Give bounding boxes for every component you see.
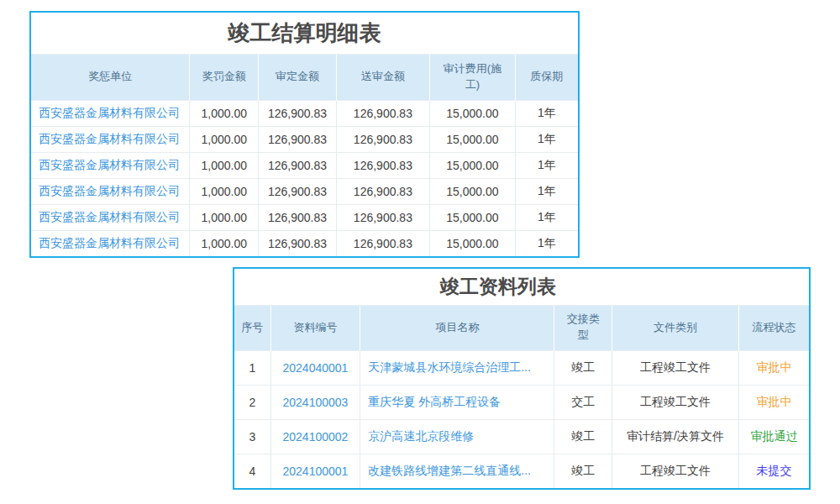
audit-fee-cell: 15,000.00 — [430, 126, 516, 152]
doc-no-cell: 2024040001 — [270, 350, 360, 385]
approved-amount-cell: 126,900.83 — [259, 152, 336, 178]
column-header-penalty-amount: 奖罚金额 — [190, 55, 259, 100]
unit-cell: 西安盛器金属材料有限公司 — [31, 100, 190, 126]
table-row: 4 2024100001 改建铁路线增建第二线直通线... 竣工 工程竣工文件 … — [234, 454, 809, 488]
handover-type-cell: 交工 — [554, 385, 612, 419]
column-header-handover-type: 交接类型 — [554, 306, 612, 350]
audit-fee-cell: 15,000.00 — [430, 204, 516, 230]
warranty-cell: 1年 — [515, 152, 578, 178]
unit-cell: 西安盛器金属材料有限公司 — [31, 152, 190, 178]
seq-cell: 2 — [234, 385, 270, 419]
seq-cell: 4 — [234, 454, 270, 488]
column-header-project-name: 项目名称 — [360, 306, 554, 350]
unit-cell: 西安盛器金属材料有限公司 — [31, 204, 190, 230]
doc-no-cell: 2024100003 — [270, 385, 360, 419]
audit-fee-cell: 15,000.00 — [430, 152, 516, 178]
documents-table-title: 竣工资料列表 — [234, 269, 809, 306]
column-header-file-category: 文件类别 — [612, 306, 738, 350]
audit-fee-cell: 15,000.00 — [430, 178, 516, 204]
project-name-cell: 天津蒙城县水环境综合治理工... — [360, 350, 554, 385]
project-name-link[interactable]: 京沪高速北京段维修 — [368, 429, 549, 444]
review-amount-cell: 126,900.83 — [336, 178, 429, 204]
file-category-cell: 工程竣工文件 — [612, 385, 738, 419]
approved-amount-cell: 126,900.83 — [259, 100, 336, 126]
penalty-amount-cell: 1,000.00 — [190, 100, 259, 126]
column-header-seq: 序号 — [234, 306, 270, 350]
unit-cell: 西安盛器金属材料有限公司 — [31, 126, 190, 152]
table-row: 西安盛器金属材料有限公司 1,000.00 126,900.83 126,900… — [31, 126, 578, 152]
review-amount-cell: 126,900.83 — [336, 230, 429, 256]
review-amount-cell: 126,900.83 — [336, 100, 429, 126]
settlement-table-panel: 竣工结算明细表 奖惩单位 奖罚金额 审定金额 送审金额 审计费用(施工) 质保期… — [29, 11, 580, 258]
unit-cell: 西安盛器金属材料有限公司 — [31, 230, 190, 256]
warranty-cell: 1年 — [515, 100, 578, 126]
settlement-table: 奖惩单位 奖罚金额 审定金额 送审金额 审计费用(施工) 质保期 西安盛器金属材… — [31, 55, 578, 256]
table-row: 1 2024040001 天津蒙城县水环境综合治理工... 竣工 工程竣工文件 … — [234, 350, 809, 385]
documents-table-panel: 竣工资料列表 序号 资料编号 项目名称 交接类型 文件类别 流程状态 1 202… — [233, 267, 811, 490]
project-name-cell: 改建铁路线增建第二线直通线... — [360, 454, 554, 488]
file-category-cell: 工程竣工文件 — [612, 454, 738, 488]
unit-link[interactable]: 西安盛器金属材料有限公司 — [39, 210, 180, 223]
penalty-amount-cell: 1,000.00 — [190, 230, 259, 256]
project-name-link[interactable]: 重庆华夏 外高桥工程设备 — [368, 395, 549, 410]
project-name-link[interactable]: 改建铁路线增建第二线直通线... — [368, 464, 549, 479]
review-amount-cell: 126,900.83 — [336, 152, 429, 178]
doc-no-link[interactable]: 2024100002 — [282, 430, 348, 444]
doc-no-link[interactable]: 2024100003 — [282, 396, 348, 409]
status-badge: 未提交 — [739, 454, 809, 488]
table-row: 2 2024100003 重庆华夏 外高桥工程设备 交工 工程竣工文件 审批中 — [234, 385, 809, 419]
project-name-cell: 京沪高速北京段维修 — [360, 419, 554, 454]
unit-link[interactable]: 西安盛器金属材料有限公司 — [39, 106, 180, 119]
doc-no-cell: 2024100002 — [270, 419, 360, 454]
approved-amount-cell: 126,900.83 — [259, 126, 336, 152]
status-badge: 审批中 — [739, 385, 809, 419]
project-name-link[interactable]: 天津蒙城县水环境综合治理工... — [368, 360, 549, 375]
table-row: 西安盛器金属材料有限公司 1,000.00 126,900.83 126,900… — [31, 230, 578, 256]
handover-type-cell: 竣工 — [554, 454, 612, 488]
column-header-approved-amount: 审定金额 — [259, 55, 336, 100]
doc-no-link[interactable]: 2024040001 — [282, 361, 348, 375]
unit-link[interactable]: 西安盛器金属材料有限公司 — [39, 184, 180, 197]
documents-header-row: 序号 资料编号 项目名称 交接类型 文件类别 流程状态 — [234, 306, 809, 350]
approved-amount-cell: 126,900.83 — [259, 230, 336, 256]
file-category-cell: 工程竣工文件 — [612, 350, 738, 385]
settlement-table-title: 竣工结算明细表 — [31, 13, 578, 55]
warranty-cell: 1年 — [515, 178, 578, 204]
unit-link[interactable]: 西安盛器金属材料有限公司 — [39, 158, 180, 171]
audit-fee-cell: 15,000.00 — [430, 230, 516, 256]
handover-type-cell: 竣工 — [554, 350, 612, 385]
documents-table: 序号 资料编号 项目名称 交接类型 文件类别 流程状态 1 2024040001… — [234, 306, 809, 488]
doc-no-link[interactable]: 2024100001 — [282, 465, 348, 478]
unit-link[interactable]: 西安盛器金属材料有限公司 — [39, 236, 180, 249]
penalty-amount-cell: 1,000.00 — [190, 178, 259, 204]
warranty-cell: 1年 — [515, 126, 578, 152]
penalty-amount-cell: 1,000.00 — [190, 126, 259, 152]
status-badge: 审批中 — [739, 350, 809, 385]
file-category-cell: 审计结算/决算文件 — [612, 419, 738, 454]
warranty-cell: 1年 — [515, 204, 578, 230]
audit-fee-cell: 15,000.00 — [430, 100, 516, 126]
status-badge: 审批通过 — [739, 419, 809, 454]
column-header-doc-no: 资料编号 — [270, 306, 360, 350]
table-row: 西安盛器金属材料有限公司 1,000.00 126,900.83 126,900… — [31, 152, 578, 178]
review-amount-cell: 126,900.83 — [336, 204, 429, 230]
column-header-unit: 奖惩单位 — [31, 55, 190, 100]
column-header-audit-fee: 审计费用(施工) — [430, 55, 516, 100]
settlement-header-row: 奖惩单位 奖罚金额 审定金额 送审金额 审计费用(施工) 质保期 — [31, 55, 578, 100]
project-name-cell: 重庆华夏 外高桥工程设备 — [360, 385, 554, 419]
seq-cell: 3 — [234, 419, 270, 454]
doc-no-cell: 2024100001 — [270, 454, 360, 488]
seq-cell: 1 — [234, 350, 270, 385]
column-header-review-amount: 送审金额 — [336, 55, 429, 100]
unit-link[interactable]: 西安盛器金属材料有限公司 — [39, 132, 180, 145]
warranty-cell: 1年 — [515, 230, 578, 256]
approved-amount-cell: 126,900.83 — [259, 178, 336, 204]
penalty-amount-cell: 1,000.00 — [190, 152, 259, 178]
handover-type-cell: 竣工 — [554, 419, 612, 454]
column-header-status: 流程状态 — [739, 306, 809, 350]
table-row: 西安盛器金属材料有限公司 1,000.00 126,900.83 126,900… — [31, 204, 578, 230]
column-header-warranty: 质保期 — [515, 55, 578, 100]
table-row: 3 2024100002 京沪高速北京段维修 竣工 审计结算/决算文件 审批通过 — [234, 419, 809, 454]
unit-cell: 西安盛器金属材料有限公司 — [31, 178, 190, 204]
review-amount-cell: 126,900.83 — [336, 126, 429, 152]
